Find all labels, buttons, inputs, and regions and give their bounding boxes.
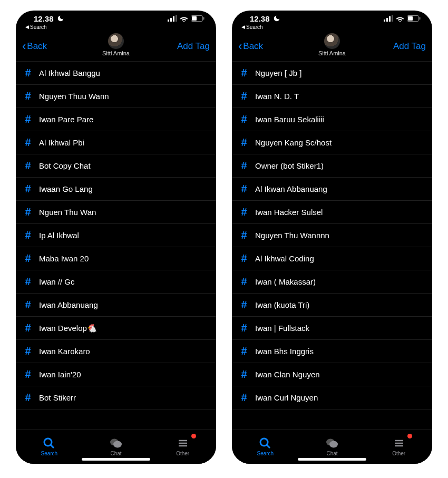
wifi-icon	[180, 15, 188, 22]
hashtag-icon: #	[239, 392, 249, 404]
back-label: Back	[243, 41, 263, 52]
status-bar: 12.38	[16, 11, 216, 24]
list-item[interactable]: #Iwan (kuota Tri)	[232, 294, 432, 317]
list-item-label: Nguyen Thuu Wann	[39, 92, 109, 101]
svg-rect-19	[408, 16, 413, 21]
svg-point-21	[260, 438, 268, 446]
list-item-label: Iwan (kuota Tri)	[255, 300, 309, 309]
tab-label: Search	[257, 451, 274, 456]
list-item-label: Iwan Hacker Sulsel	[255, 208, 323, 217]
list-item[interactable]: #Nguyen Kang Sc/host	[232, 131, 432, 154]
list-item[interactable]: #Iwan Clan Nguyen	[232, 363, 432, 386]
notification-badge	[407, 434, 412, 438]
list-item[interactable]: #Al Ikhwal Coding	[232, 247, 432, 270]
list-item-label: Nguen Thu Wan	[39, 208, 96, 217]
list-item-label: Nguyen Thu Wannnn	[255, 231, 329, 240]
back-button[interactable]: ‹ Back	[238, 41, 263, 52]
avatar	[108, 33, 124, 49]
page-title: Sitti Amina	[102, 50, 130, 56]
list-item[interactable]: #Iwan ( Makassar)	[232, 270, 432, 294]
breadcrumb-back[interactable]: ◀ Search	[16, 24, 216, 31]
list-item[interactable]: #Nguen Thu Wan	[16, 201, 216, 224]
back-button[interactable]: ‹ Back	[22, 41, 47, 52]
hashtag-icon: #	[23, 160, 33, 172]
list-item[interactable]: #Iwan Curl Nguyen	[232, 386, 432, 409]
list-item-label: Nguyen Kang Sc/host	[255, 138, 332, 147]
svg-rect-1	[170, 18, 172, 22]
tab-label: Chat	[110, 451, 121, 456]
hashtag-icon: #	[23, 90, 33, 102]
phone-right: 12.38 ◀ Search ‹ Back Sitti Amina	[232, 11, 432, 464]
list-item[interactable]: #Nguyen Thuu Wann	[16, 85, 216, 108]
list-item-label: Iwan | Fullstack	[255, 324, 309, 333]
list-item[interactable]: #Iwan Baruu Sekaliiii	[232, 108, 432, 131]
list-item-label: Al Ikhwal Banggu	[39, 69, 100, 77]
list-item[interactable]: #Iwaan Go Lang	[16, 178, 216, 201]
list-item[interactable]: #Nguyen [ Jb ]	[232, 62, 432, 85]
list-item[interactable]: #Maba Iwan 20	[16, 247, 216, 270]
breadcrumb-label: Search	[30, 24, 47, 30]
list-item[interactable]: #Al Ikhwal Banggu	[16, 62, 216, 85]
list-item[interactable]: #Iwan // Gc	[16, 270, 216, 294]
list-item[interactable]: #Iwan Pare Pare	[16, 108, 216, 131]
list-item[interactable]: #Iwan Bhs Inggris	[232, 340, 432, 363]
tab-other[interactable]: Other	[149, 430, 216, 464]
list-item[interactable]: #Bot Stikerr	[16, 386, 216, 409]
list-item[interactable]: #Al Ikhwal Pbi	[16, 131, 216, 154]
nav-bar: ‹ Back Sitti Amina Add Tag	[16, 31, 216, 62]
list-item[interactable]: #Ip Al Ikhwal	[16, 224, 216, 247]
hashtag-icon: #	[23, 206, 33, 218]
list-item-label: Bot Copy Chat	[39, 161, 91, 170]
list-item[interactable]: #Nguyen Thu Wannnn	[232, 224, 432, 247]
tab-search[interactable]: Search	[16, 430, 83, 464]
list-item[interactable]: #Bot Copy Chat	[16, 154, 216, 178]
hashtag-icon: #	[23, 113, 33, 125]
svg-point-10	[113, 441, 122, 448]
list-item-label: Maba Iwan 20	[39, 254, 89, 263]
list-item-label: Iwan ( Makassar)	[255, 277, 316, 286]
tab-search[interactable]: Search	[232, 430, 299, 464]
nav-title-group[interactable]: Sitti Amina	[102, 33, 130, 56]
svg-line-22	[267, 445, 270, 448]
menu-icon	[393, 437, 405, 450]
svg-rect-16	[389, 16, 391, 22]
list-item-label: Bot Stikerr	[39, 393, 76, 402]
list-item[interactable]: #Iwan Abbanuang	[16, 294, 216, 317]
hashtag-icon: #	[23, 136, 33, 149]
breadcrumb-back[interactable]: ◀ Search	[232, 24, 432, 31]
avatar	[324, 33, 340, 49]
list-item-label: Iwan Pare Pare	[39, 115, 93, 124]
add-tag-button[interactable]: Add Tag	[177, 41, 210, 52]
list-item-label: Ip Al Ikhwal	[39, 231, 79, 240]
add-tag-button[interactable]: Add Tag	[393, 41, 426, 52]
list-item-label: Iwan Curl Nguyen	[255, 393, 318, 402]
wifi-icon	[396, 15, 404, 22]
list-item[interactable]: #Iwan | Fullstack	[232, 317, 432, 340]
hashtag-icon: #	[23, 322, 33, 334]
home-indicator[interactable]	[298, 458, 366, 461]
nav-title-group[interactable]: Sitti Amina	[318, 33, 346, 56]
list-item-label: Al Ikhwal Coding	[255, 254, 314, 263]
list-item-label: Iwaan Go Lang	[39, 184, 93, 193]
list-item-label: Owner (bot Stiker1)	[255, 161, 324, 170]
list-item[interactable]: #Iwan Develop🐔	[16, 317, 216, 340]
home-indicator[interactable]	[82, 458, 150, 461]
svg-rect-6	[203, 17, 204, 20]
list-item[interactable]: #Iwan Karokaro	[16, 340, 216, 363]
svg-rect-15	[386, 18, 388, 22]
tab-other[interactable]: Other	[365, 430, 432, 464]
list-item[interactable]: #Iwan N. D. T	[232, 85, 432, 108]
hashtag-icon: #	[23, 183, 33, 195]
svg-rect-20	[420, 17, 421, 20]
hashtag-icon: #	[239, 299, 249, 311]
list-item[interactable]: #Al Ikwan Abbanuang	[232, 178, 432, 201]
svg-point-24	[329, 441, 338, 448]
list-item[interactable]: #Owner (bot Stiker1)	[232, 154, 432, 178]
tag-list[interactable]: #Nguyen [ Jb ]#Iwan N. D. T#Iwan Baruu S…	[232, 62, 432, 429]
dnd-moon-icon	[273, 15, 280, 22]
hashtag-icon: #	[23, 345, 33, 357]
list-item[interactable]: #Iwan Hacker Sulsel	[232, 201, 432, 224]
list-item[interactable]: #Iwan Iain'20	[16, 363, 216, 386]
hashtag-icon: #	[23, 368, 33, 381]
tag-list[interactable]: #Al Ikhwal Banggu#Nguyen Thuu Wann#Iwan …	[16, 62, 216, 429]
